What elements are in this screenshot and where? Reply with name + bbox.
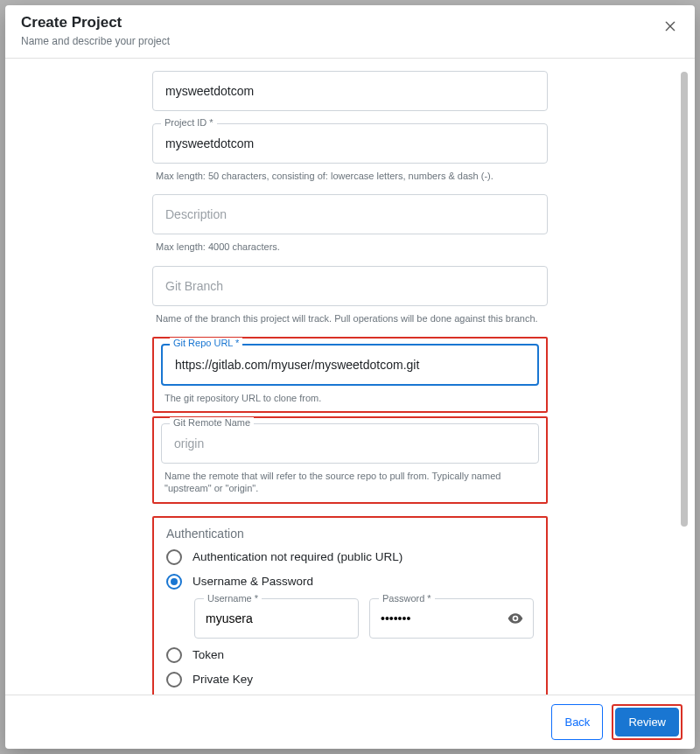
password-input[interactable]: [370, 599, 498, 638]
dialog-body: Project ID * Max length: 50 characters, …: [5, 59, 695, 695]
close-button[interactable]: [658, 14, 682, 38]
dialog-footer: Back Review: [5, 695, 695, 749]
git-remote-name-highlight: Git Remote Name Name the remote that wil…: [152, 416, 548, 504]
auth-option-token-label: Token: [192, 648, 224, 661]
git-repo-url-highlight: Git Repo URL * The git repository URL to…: [152, 337, 548, 413]
password-label: Password *: [379, 593, 435, 604]
credentials-row: Username * Password *: [194, 598, 534, 639]
close-icon: [663, 19, 677, 33]
description-field: Max length: 4000 characters.: [152, 194, 548, 253]
git-branch-field: Name of the branch this project will tra…: [152, 266, 548, 325]
auth-option-userpass[interactable]: Username & Password: [166, 574, 534, 590]
project-name-field: [152, 71, 548, 111]
project-id-field: Project ID * Max length: 50 characters, …: [152, 123, 548, 182]
scrollbar-thumb[interactable]: [681, 72, 688, 527]
git-repo-url-helper: The git repository URL to clone from.: [164, 392, 539, 404]
dialog-title: Create Project: [21, 14, 679, 31]
git-branch-helper: Name of the branch this project will tra…: [156, 312, 548, 325]
git-remote-name-label: Git Remote Name: [170, 417, 254, 428]
git-repo-url-label: Git Repo URL *: [170, 338, 242, 348]
git-remote-name-input[interactable]: [162, 424, 538, 463]
description-input[interactable]: [153, 195, 547, 234]
auth-option-token[interactable]: Token: [166, 647, 534, 663]
project-id-helper: Max length: 50 characters, consisting of…: [156, 170, 548, 182]
review-button[interactable]: Review: [615, 708, 679, 737]
toggle-password-visibility-button[interactable]: [498, 610, 533, 627]
auth-option-private-key[interactable]: Private Key: [166, 672, 534, 688]
description-helper: Max length: 4000 characters.: [156, 241, 548, 253]
radio-icon[interactable]: [166, 647, 182, 663]
eye-icon: [507, 610, 524, 627]
auth-option-none[interactable]: Authentication not required (public URL): [166, 549, 534, 565]
project-name-input[interactable]: [153, 72, 547, 110]
git-remote-name-helper: Name the remote that will refer to the s…: [164, 470, 539, 495]
create-project-dialog: Create Project Name and describe your pr…: [5, 5, 695, 749]
project-id-input[interactable]: [153, 124, 547, 163]
review-button-highlight: Review: [612, 704, 682, 740]
authentication-section: Authentication Authentication not requir…: [152, 516, 548, 695]
git-remote-name-field: Git Remote Name Name the remote that wil…: [161, 423, 539, 495]
git-repo-url-input[interactable]: [163, 346, 537, 384]
git-branch-input[interactable]: [153, 267, 547, 305]
radio-icon[interactable]: [166, 549, 182, 565]
authentication-title: Authentication: [166, 527, 534, 541]
project-id-label: Project ID *: [161, 117, 217, 128]
dialog-header: Create Project Name and describe your pr…: [5, 5, 695, 59]
username-field: Username *: [194, 598, 359, 639]
auth-option-userpass-label: Username & Password: [192, 575, 313, 588]
username-label: Username *: [204, 593, 262, 604]
radio-icon[interactable]: [166, 672, 182, 688]
auth-option-none-label: Authentication not required (public URL): [192, 550, 402, 563]
radio-icon[interactable]: [166, 574, 182, 590]
password-field: Password *: [369, 598, 534, 639]
back-button[interactable]: Back: [551, 704, 603, 740]
dialog-subtitle: Name and describe your project: [21, 35, 679, 47]
auth-option-private-key-label: Private Key: [192, 673, 253, 686]
svg-point-2: [514, 617, 516, 619]
git-repo-url-field: Git Repo URL * The git repository URL to…: [161, 344, 539, 404]
username-input[interactable]: [195, 599, 358, 638]
